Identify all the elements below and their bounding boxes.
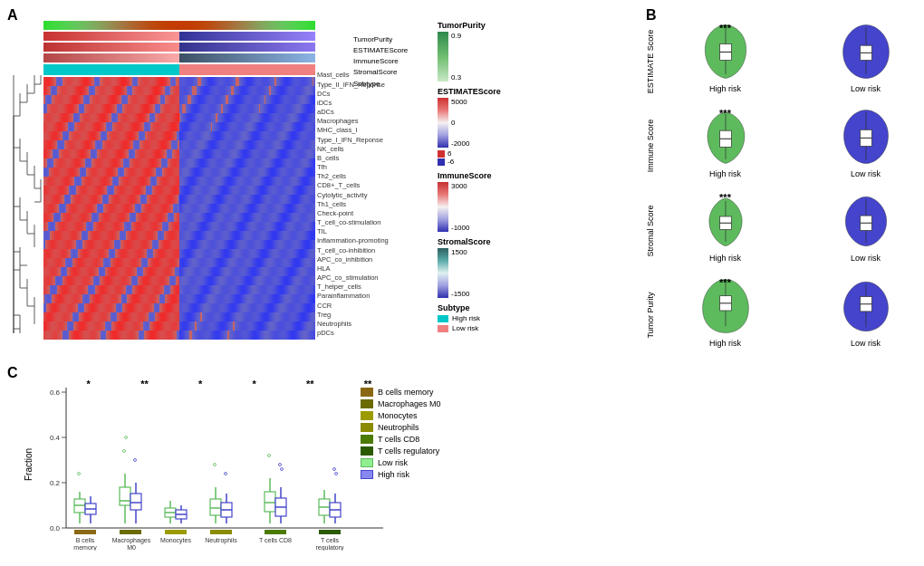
stromal-significance: *** [719,192,731,203]
immune-axis-label: Immune Score [646,110,655,182]
panel-c-label: C [7,365,18,381]
gene-parainflam: Parainflammation [317,293,390,300]
svg-rect-158 [265,530,275,534]
gene-type1-ifn: Type_I_IFN_Reponse [317,137,390,144]
track-label-estimate: ESTIMATEScore [353,45,435,54]
immune-labels: 3000 -1000 [451,182,469,232]
svg-rect-159 [275,530,286,534]
high-risk-label: High risk [452,314,480,322]
legend-estimate-title: ESTIMATEScore [438,87,537,96]
violin-estimate-low-label: Low risk [851,84,881,93]
gene-til: TIL [317,228,390,235]
gene-idcs: iDCs [317,100,390,107]
svg-rect-160 [319,530,330,534]
svg-rect-152 [120,530,130,534]
gene-macrophages: Macrophages [317,118,390,125]
gene-neutrophils: Neutrophils [317,321,390,328]
track-label-tumor-purity: TumorPurity [353,34,435,43]
svg-rect-156 [210,530,221,534]
t-cells-reg-label: T cells regulatory [378,446,439,456]
gene-mast-cells: Mast_cells [317,72,390,79]
tumor-purity-axis-label: Tumor Purity [646,279,655,351]
gene-nk: NK_cells [317,146,390,153]
violin-stromal-low: Low risk [795,190,924,272]
violin-immune-high: *** High risk [655,106,795,187]
gene-treg: Treg [317,312,390,319]
legend-immune: ImmuneScore 3000 -1000 [438,171,537,232]
svg-rect-126 [265,492,275,512]
svg-point-84 [78,473,81,475]
low-risk-label: Low risk [452,324,478,332]
violin-stromal-high-label: High risk [709,254,741,263]
svg-rect-155 [176,530,187,534]
subtype-low-risk: Low risk [438,324,537,332]
svg-point-118 [214,464,217,466]
top-row: A [7,7,917,360]
gene-ccr: CCR [317,302,390,310]
subtype-high-risk: High risk [438,314,537,322]
svg-text:Neutrophils: Neutrophils [205,537,237,544]
svg-point-130 [268,455,271,457]
svg-text:0.2: 0.2 [50,479,61,487]
svg-point-95 [123,450,126,453]
boxplot-svg: 0.6 0.4 0.2 0.0 [43,383,388,551]
violin-immune-low: Low risk [795,106,924,187]
violin-immune-low-label: Low risk [851,169,881,178]
legend-high-risk: High risk [361,470,478,479]
panel-c-y-label: Fraction [24,448,34,481]
gene-apc-inhibit: APC_co_inhibition [317,256,390,264]
svg-rect-114 [210,499,221,515]
boxplot-area: 0.6 0.4 0.2 0.0 [43,383,388,551]
gene-tfh: Tfh [317,164,390,171]
violin-row-stromal: Stromal Score *** High risk [655,190,924,272]
legend-estimate: ESTIMATEScore 5000 0 -2000 6 -6 [438,87,537,166]
gene-inflam: Inflammation-promoting [317,237,390,245]
svg-rect-91 [120,487,130,505]
svg-rect-157 [221,530,232,534]
violin-estimate-high: *** High risk [655,21,795,102]
track-label-immune: ImmuneScore [353,56,435,65]
stromal-axis-label: Stromal Score [646,195,655,267]
estimate-labels: 5000 0 -2000 [451,98,469,148]
svg-point-124 [225,473,227,475]
tumor-purity-labels: 0.9 0.3 [451,32,461,82]
heatmap-area: TumorPurity ESTIMATEScore ImmuneScore St… [43,21,315,347]
gene-type2-ifn: Type_II_IFN_Reponse [317,82,390,89]
bottom-row: C * ** * * ** ** Fraction 0.6 0 [7,365,917,564]
svg-text:regulatory: regulatory [315,544,344,551]
estimate-colorbar [438,98,448,148]
b-cells-memory-color [361,388,373,397]
main-container: A [0,0,924,566]
panel-b: B ESTIMATE Score *** High ri [646,7,924,360]
violin-tumor-high: *** High risk [655,275,795,357]
high-risk-box-color [361,470,373,479]
monocytes-color [361,411,373,420]
svg-rect-161 [330,530,341,534]
violin-stromal-low-label: Low risk [851,254,881,263]
neutrophils-label: Neutrophils [378,423,419,432]
svg-point-149 [335,473,338,475]
svg-rect-151 [85,530,96,534]
svg-rect-154 [165,530,176,534]
svg-rect-98 [130,494,141,510]
violin-estimate-high-label: High risk [709,84,741,93]
svg-text:Macrophages: Macrophages [112,537,151,544]
stromal-labels: 1500 -1500 [451,248,469,298]
violin-estimate-low: Low risk [795,21,924,102]
neutrophils-color [361,423,373,432]
svg-text:0.6: 0.6 [50,389,61,397]
legend-subtype: Subtype High risk Low risk [438,303,537,332]
svg-text:B cells: B cells [76,537,95,543]
t-cells-cd8-label: T cells CD8 [378,435,419,444]
legend-low-risk: Low risk [361,458,478,467]
heatmap-canvas [43,21,315,347]
gene-th1: Th1_cells [317,201,390,208]
estimate-significance: *** [719,23,731,34]
legend-tumor-purity-title: TumorPurity [438,21,537,30]
high-risk-color [438,315,448,322]
violin-tumor-high-label: High risk [709,339,741,348]
legend-stromal: StromalScore 1500 -1500 [438,237,537,298]
legend-t-cells-cd8: T cells CD8 [361,435,478,444]
violin-tumor-low: Low risk [795,275,924,357]
low-risk-color [438,325,448,332]
